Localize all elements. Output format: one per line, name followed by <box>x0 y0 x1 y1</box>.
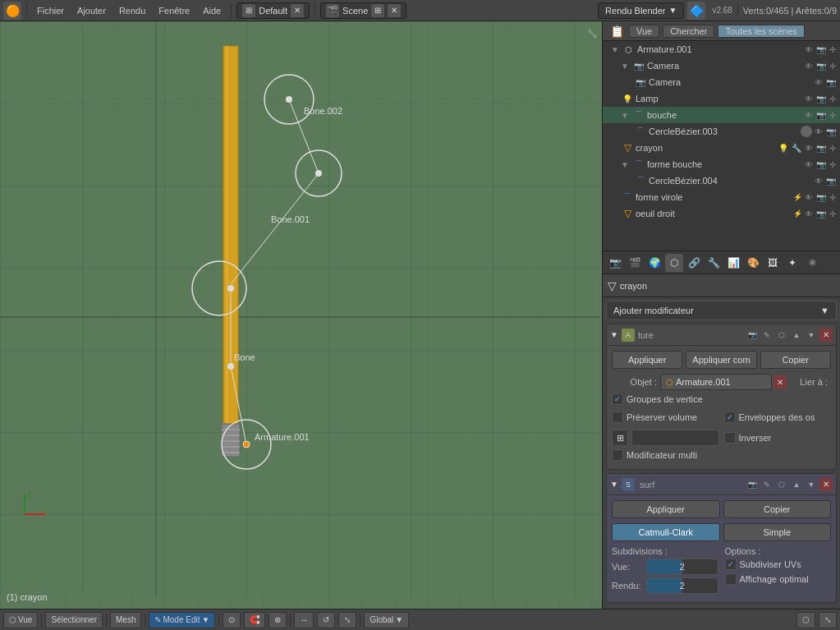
props-scene-icon[interactable]: 🎬 <box>626 254 644 272</box>
global-selector[interactable]: Global ▼ <box>364 612 409 628</box>
selectionner-btn[interactable]: Sélectionner <box>45 612 103 628</box>
outliner-item-camera-group[interactable]: ▼ 📷 Camera 👁 📷 ✛ <box>603 57 840 74</box>
workspace-add-btn[interactable]: ⊞ <box>242 4 255 17</box>
props-texture-icon[interactable]: 🖼 <box>764 254 782 272</box>
workspace-close-btn[interactable]: ✕ <box>291 4 304 17</box>
armature-mod-edit-icon[interactable]: ✎ <box>760 329 773 342</box>
select-icon-bouche[interactable]: ✛ <box>829 111 837 120</box>
eye-icon-c003[interactable]: 👁 <box>814 127 824 136</box>
enveloppes-checkbox[interactable] <box>724 412 736 423</box>
select-icon-od[interactable]: ✛ <box>829 209 837 218</box>
render-icon-crayon[interactable]: 🔧 <box>791 144 802 153</box>
pivot-btn[interactable]: ⊙ <box>223 612 241 628</box>
render-icon-od[interactable]: 📷 <box>815 209 827 218</box>
eye2-icon-crayon[interactable]: 👁 <box>804 144 814 153</box>
mesh-btn[interactable]: Mesh <box>110 612 141 628</box>
texture-input[interactable] <box>631 430 719 446</box>
render-icon-c003[interactable]: 📷 <box>825 127 837 136</box>
render-icon[interactable]: 🔷 <box>687 2 705 20</box>
vue-slider[interactable]: 2 <box>646 559 718 575</box>
outliner-item-cercle004[interactable]: ⌒ CercleBézier.004 👁 📷 <box>603 172 840 189</box>
armature-mod-render-icon[interactable]: 📷 <box>746 329 759 342</box>
eye-icon[interactable]: 👁 <box>804 45 814 54</box>
objet-clear-btn[interactable]: ✕ <box>773 375 787 389</box>
outliner-scenes-btn[interactable]: Toutes les scènes <box>718 25 804 38</box>
surf-mod-up-icon[interactable]: ▲ <box>790 478 803 491</box>
inverser-checkbox[interactable] <box>724 432 736 444</box>
props-data-icon[interactable]: 📊 <box>724 254 742 272</box>
render-icon[interactable]: 📷 <box>815 45 827 54</box>
surf-appliquer-btn[interactable]: Appliquer <box>612 500 720 518</box>
eye-icon-cam[interactable]: 👁 <box>804 62 814 71</box>
render-icon-c004[interactable]: 📷 <box>825 177 837 186</box>
props-modifiers-icon[interactable]: 🔧 <box>705 254 723 272</box>
menu-rendu[interactable]: Rendu <box>114 4 150 17</box>
select-icon-fb[interactable]: ✛ <box>829 160 837 169</box>
affichage-checkbox[interactable] <box>725 573 737 585</box>
scene-add-btn[interactable]: ⊞ <box>371 4 384 17</box>
props-particles-icon[interactable]: ✦ <box>783 254 801 272</box>
outliner-item-armature001[interactable]: ▼ ⬡ Armature.001 👁 📷 ✛ <box>603 41 840 57</box>
render-icon-fb[interactable]: 📷 <box>815 160 827 169</box>
outliner-item-bouche[interactable]: ▼ ⌒ bouche 👁 📷 ✛ <box>603 107 840 123</box>
full-screen-btn[interactable]: ⤡ <box>819 612 837 628</box>
surf-mod-edit-icon[interactable]: ✎ <box>760 478 773 491</box>
preserver-checkbox[interactable] <box>612 412 623 423</box>
eye-icon-c004[interactable]: 👁 <box>814 177 824 186</box>
appliquer-com-btn[interactable]: Appliquer com <box>686 351 756 369</box>
outliner-item-crayon[interactable]: ▽ crayon 💡 🔧 👁 📷 ✛ <box>603 140 840 156</box>
rotate-tool[interactable]: ↺ <box>317 612 335 628</box>
surf-mod-down-icon[interactable]: ▼ <box>805 478 818 491</box>
render-icon-lamp[interactable]: 📷 <box>815 94 827 103</box>
select-icon-crayon[interactable]: ✛ <box>829 144 837 153</box>
proportional-btn[interactable]: ⊗ <box>269 612 287 628</box>
render-engine-selector[interactable]: Rendu Blender ▼ <box>598 2 684 19</box>
surf-mod-cage-icon[interactable]: ⬡ <box>775 478 788 491</box>
outliner-item-oeuil-droit[interactable]: ▽ oeuil droit ⚡ 👁 📷 ✛ <box>603 205 840 222</box>
outliner-vue-btn[interactable]: Vue <box>629 25 659 38</box>
catmull-clark-btn[interactable]: Catmull-Clark <box>612 523 720 541</box>
eye-icon-fb[interactable]: 👁 <box>804 160 814 169</box>
surf-mod-render-icon[interactable]: 📷 <box>746 478 759 491</box>
menu-fenetre[interactable]: Fenêtre <box>154 4 195 17</box>
texture-icon[interactable]: ⊞ <box>612 430 628 446</box>
workspace-selector[interactable]: ⊞ Default ✕ <box>236 2 310 19</box>
select-icon[interactable]: ✛ <box>829 45 837 54</box>
translate-tool[interactable]: ↔ <box>294 612 314 628</box>
blender-logo-icon[interactable]: 🟠 <box>3 2 21 20</box>
props-physics-icon[interactable]: ⚛ <box>803 254 821 272</box>
outliner-chercher-btn[interactable]: Chercher <box>663 25 714 38</box>
armature-mod-down-icon[interactable]: ▼ <box>805 329 818 342</box>
editor-type-btn[interactable]: ⬡ <box>796 612 815 628</box>
select-icon-fv[interactable]: ✛ <box>829 193 837 202</box>
menu-aide[interactable]: Aide <box>198 4 226 17</box>
objet-value-display[interactable]: ⬡ Armature.001 <box>660 374 772 390</box>
props-constraints-icon[interactable]: 🔗 <box>685 254 703 272</box>
groupes-checkbox[interactable] <box>612 393 623 405</box>
add-modifier-dropdown[interactable]: Ajouter modificateur ▼ <box>606 301 837 320</box>
props-render-icon[interactable]: 📷 <box>606 254 624 272</box>
select-icon-lamp[interactable]: ✛ <box>829 94 837 103</box>
props-object-icon[interactable]: ⬡ <box>665 254 683 272</box>
render-icon-bouche[interactable]: 📷 <box>815 111 827 120</box>
multi-checkbox[interactable] <box>612 449 623 461</box>
props-material-icon[interactable]: 🎨 <box>744 254 762 272</box>
eye-icon-fv[interactable]: 👁 <box>804 193 814 202</box>
outliner-item-forme-virole[interactable]: ⌒ forme virole ⚡ 👁 📷 ✛ <box>603 189 840 205</box>
surf-mod-arrow[interactable]: ▼ <box>610 480 618 489</box>
outliner-item-forme-bouche[interactable]: ▼ ⌒ forme bouche 👁 📷 ✛ <box>603 156 840 172</box>
props-world-icon[interactable]: 🌍 <box>645 254 663 272</box>
scene-selector[interactable]: 🎬 Scene ⊞ ✕ <box>320 2 406 19</box>
render-icon-camobj[interactable]: 📷 <box>825 78 837 87</box>
view-btn[interactable]: ⬡ Vue <box>3 612 38 628</box>
render-icon-cam[interactable]: 📷 <box>815 62 827 71</box>
armature-mod-cage-icon[interactable]: ⬡ <box>775 329 788 342</box>
appliquer-btn[interactable]: Appliquer <box>612 351 682 369</box>
armature-mod-arrow[interactable]: ▼ <box>610 330 618 339</box>
surf-copier-btn[interactable]: Copier <box>723 500 832 518</box>
menu-ajouter[interactable]: Ajouter <box>72 4 111 17</box>
render2-icon-crayon[interactable]: 📷 <box>815 144 827 153</box>
eye-icon-lamp[interactable]: 👁 <box>804 94 814 103</box>
viewport[interactable]: De droite ortho. Centimeters <box>0 21 602 609</box>
eye-icon-crayon[interactable]: 💡 <box>778 144 789 153</box>
